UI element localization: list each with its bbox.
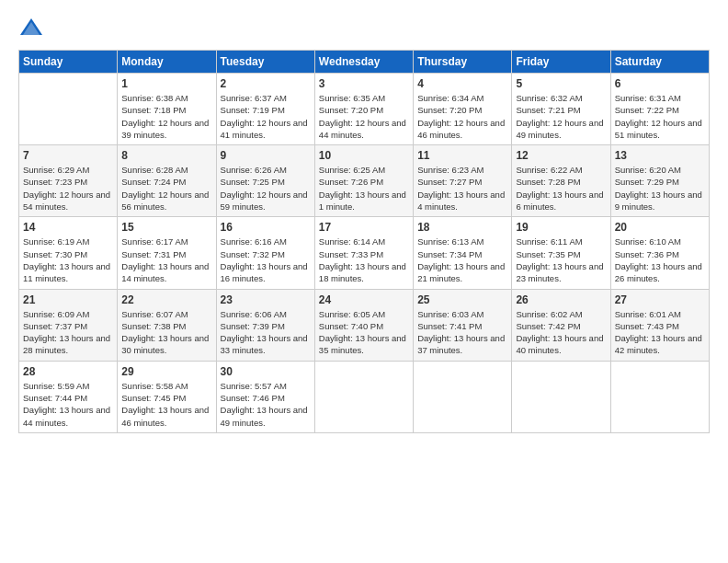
day-info: Sunrise: 6:35 AM Sunset: 7:20 PM Dayligh… <box>319 92 409 141</box>
day-info: Sunrise: 6:09 AM Sunset: 7:37 PM Dayligh… <box>23 308 113 357</box>
day-number: 17 <box>319 221 409 234</box>
day-number: 23 <box>221 293 311 306</box>
logo-icon <box>18 15 44 40</box>
day-cell: 11Sunrise: 6:23 AM Sunset: 7:27 PM Dayli… <box>414 145 512 217</box>
day-cell: 4Sunrise: 6:34 AM Sunset: 7:20 PM Daylig… <box>414 74 512 145</box>
day-cell: 28Sunrise: 5:59 AM Sunset: 7:44 PM Dayli… <box>19 361 118 432</box>
day-cell: 27Sunrise: 6:01 AM Sunset: 7:43 PM Dayli… <box>610 289 709 361</box>
day-cell: 21Sunrise: 6:09 AM Sunset: 7:37 PM Dayli… <box>19 289 118 361</box>
day-number: 28 <box>23 365 113 378</box>
day-number: 14 <box>23 221 113 234</box>
day-info: Sunrise: 6:13 AM Sunset: 7:34 PM Dayligh… <box>417 236 507 284</box>
day-info: Sunrise: 6:31 AM Sunset: 7:22 PM Dayligh… <box>615 92 705 141</box>
day-cell: 10Sunrise: 6:25 AM Sunset: 7:26 PM Dayli… <box>314 145 413 217</box>
day-info: Sunrise: 6:07 AM Sunset: 7:38 PM Dayligh… <box>121 308 211 357</box>
day-info: Sunrise: 6:38 AM Sunset: 7:18 PM Dayligh… <box>121 92 211 141</box>
day-cell <box>610 361 709 432</box>
day-cell: 13Sunrise: 6:20 AM Sunset: 7:29 PM Dayli… <box>610 145 709 217</box>
day-cell: 2Sunrise: 6:37 AM Sunset: 7:19 PM Daylig… <box>216 74 314 145</box>
day-number: 29 <box>121 365 211 378</box>
day-number: 5 <box>516 77 606 90</box>
day-info: Sunrise: 5:59 AM Sunset: 7:44 PM Dayligh… <box>23 380 113 429</box>
calendar-table: SundayMondayTuesdayWednesdayThursdayFrid… <box>18 50 710 433</box>
day-number: 18 <box>417 221 507 234</box>
day-cell: 6Sunrise: 6:31 AM Sunset: 7:22 PM Daylig… <box>610 74 709 145</box>
week-row-4: 21Sunrise: 6:09 AM Sunset: 7:37 PM Dayli… <box>19 289 710 361</box>
day-number: 7 <box>23 149 113 162</box>
day-cell: 22Sunrise: 6:07 AM Sunset: 7:38 PM Dayli… <box>118 289 216 361</box>
day-cell: 17Sunrise: 6:14 AM Sunset: 7:33 PM Dayli… <box>314 217 413 289</box>
day-cell: 5Sunrise: 6:32 AM Sunset: 7:21 PM Daylig… <box>512 74 610 145</box>
day-number: 21 <box>23 293 113 306</box>
day-info: Sunrise: 6:17 AM Sunset: 7:31 PM Dayligh… <box>121 236 211 284</box>
day-cell: 7Sunrise: 6:29 AM Sunset: 7:23 PM Daylig… <box>19 145 118 217</box>
day-number: 22 <box>121 293 211 306</box>
day-cell: 12Sunrise: 6:22 AM Sunset: 7:28 PM Dayli… <box>512 145 610 217</box>
day-number: 1 <box>121 77 211 90</box>
day-cell <box>512 361 610 432</box>
day-number: 16 <box>221 221 311 234</box>
day-number: 13 <box>615 149 705 162</box>
day-number: 3 <box>319 77 409 90</box>
day-cell: 8Sunrise: 6:28 AM Sunset: 7:24 PM Daylig… <box>118 145 216 217</box>
day-cell: 29Sunrise: 5:58 AM Sunset: 7:45 PM Dayli… <box>118 361 216 432</box>
day-number: 9 <box>221 149 311 162</box>
day-cell: 9Sunrise: 6:26 AM Sunset: 7:25 PM Daylig… <box>216 145 314 217</box>
day-info: Sunrise: 5:58 AM Sunset: 7:45 PM Dayligh… <box>121 380 211 429</box>
day-info: Sunrise: 5:57 AM Sunset: 7:46 PM Dayligh… <box>221 380 311 429</box>
day-cell: 30Sunrise: 5:57 AM Sunset: 7:46 PM Dayli… <box>216 361 314 432</box>
day-number: 15 <box>121 221 211 234</box>
day-info: Sunrise: 6:34 AM Sunset: 7:20 PM Dayligh… <box>417 92 507 141</box>
day-info: Sunrise: 6:26 AM Sunset: 7:25 PM Dayligh… <box>221 164 311 213</box>
day-cell: 15Sunrise: 6:17 AM Sunset: 7:31 PM Dayli… <box>118 217 216 289</box>
day-cell: 24Sunrise: 6:05 AM Sunset: 7:40 PM Dayli… <box>314 289 413 361</box>
day-cell: 14Sunrise: 6:19 AM Sunset: 7:30 PM Dayli… <box>19 217 118 289</box>
day-cell: 26Sunrise: 6:02 AM Sunset: 7:42 PM Dayli… <box>512 289 610 361</box>
day-cell: 25Sunrise: 6:03 AM Sunset: 7:41 PM Dayli… <box>414 289 512 361</box>
day-info: Sunrise: 6:01 AM Sunset: 7:43 PM Dayligh… <box>615 308 705 357</box>
header-cell-thursday: Thursday <box>414 51 512 74</box>
day-info: Sunrise: 6:14 AM Sunset: 7:33 PM Dayligh… <box>319 236 409 284</box>
day-number: 8 <box>121 149 211 162</box>
day-cell: 16Sunrise: 6:16 AM Sunset: 7:32 PM Dayli… <box>216 217 314 289</box>
header-cell-sunday: Sunday <box>19 51 118 74</box>
day-cell <box>414 361 512 432</box>
header-cell-tuesday: Tuesday <box>216 51 314 74</box>
day-number: 12 <box>516 149 606 162</box>
day-cell: 20Sunrise: 6:10 AM Sunset: 7:36 PM Dayli… <box>610 217 709 289</box>
day-cell <box>19 74 118 145</box>
header-cell-monday: Monday <box>118 51 216 74</box>
day-cell <box>314 361 413 432</box>
day-number: 24 <box>319 293 409 306</box>
page: SundayMondayTuesdayWednesdayThursdayFrid… <box>0 0 728 563</box>
week-row-3: 14Sunrise: 6:19 AM Sunset: 7:30 PM Dayli… <box>19 217 710 289</box>
day-info: Sunrise: 6:06 AM Sunset: 7:39 PM Dayligh… <box>221 308 311 357</box>
day-number: 26 <box>516 293 606 306</box>
day-info: Sunrise: 6:11 AM Sunset: 7:35 PM Dayligh… <box>516 236 606 284</box>
header-row: SundayMondayTuesdayWednesdayThursdayFrid… <box>19 51 710 74</box>
day-info: Sunrise: 6:10 AM Sunset: 7:36 PM Dayligh… <box>615 236 705 284</box>
week-row-5: 28Sunrise: 5:59 AM Sunset: 7:44 PM Dayli… <box>19 361 710 432</box>
day-number: 6 <box>615 77 705 90</box>
week-row-1: 1Sunrise: 6:38 AM Sunset: 7:18 PM Daylig… <box>19 74 710 145</box>
day-info: Sunrise: 6:05 AM Sunset: 7:40 PM Dayligh… <box>319 308 409 357</box>
day-cell: 18Sunrise: 6:13 AM Sunset: 7:34 PM Dayli… <box>414 217 512 289</box>
day-info: Sunrise: 6:32 AM Sunset: 7:21 PM Dayligh… <box>516 92 606 141</box>
header-cell-saturday: Saturday <box>610 51 709 74</box>
day-info: Sunrise: 6:16 AM Sunset: 7:32 PM Dayligh… <box>221 236 311 284</box>
header-cell-wednesday: Wednesday <box>314 51 413 74</box>
week-row-2: 7Sunrise: 6:29 AM Sunset: 7:23 PM Daylig… <box>19 145 710 217</box>
day-info: Sunrise: 6:19 AM Sunset: 7:30 PM Dayligh… <box>23 236 113 284</box>
day-number: 10 <box>319 149 409 162</box>
day-number: 30 <box>221 365 311 378</box>
day-info: Sunrise: 6:28 AM Sunset: 7:24 PM Dayligh… <box>121 164 211 213</box>
day-info: Sunrise: 6:20 AM Sunset: 7:29 PM Dayligh… <box>615 164 705 213</box>
day-cell: 1Sunrise: 6:38 AM Sunset: 7:18 PM Daylig… <box>118 74 216 145</box>
header-cell-friday: Friday <box>512 51 610 74</box>
day-info: Sunrise: 6:23 AM Sunset: 7:27 PM Dayligh… <box>417 164 507 213</box>
day-info: Sunrise: 6:25 AM Sunset: 7:26 PM Dayligh… <box>319 164 409 213</box>
header <box>18 15 710 40</box>
logo <box>18 15 48 40</box>
day-info: Sunrise: 6:02 AM Sunset: 7:42 PM Dayligh… <box>516 308 606 357</box>
day-number: 19 <box>516 221 606 234</box>
